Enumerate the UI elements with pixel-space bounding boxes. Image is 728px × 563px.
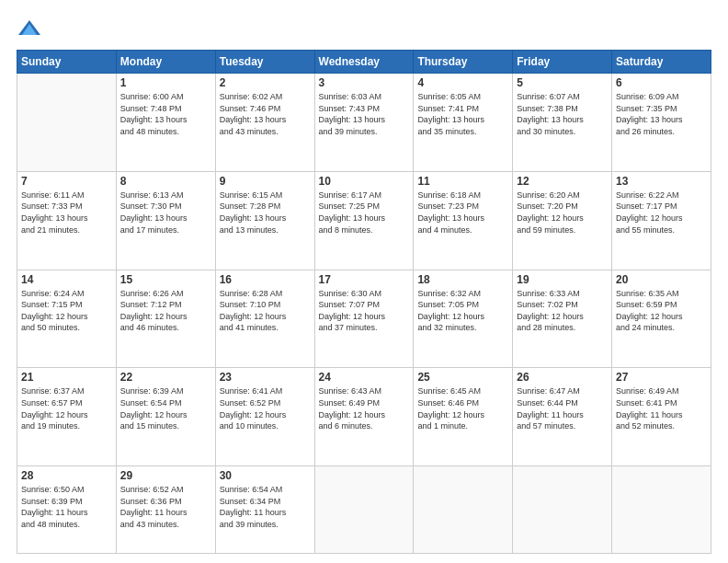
cell-info: Sunrise: 6:22 AMSunset: 7:17 PMDaylight:… xyxy=(616,190,707,236)
page: SundayMondayTuesdayWednesdayThursdayFrid… xyxy=(0,0,728,563)
calendar-cell: 19Sunrise: 6:33 AMSunset: 7:02 PMDayligh… xyxy=(513,270,612,368)
cell-info: Sunrise: 6:02 AMSunset: 7:46 PMDaylight:… xyxy=(220,91,311,137)
cell-info: Sunrise: 6:45 AMSunset: 6:46 PMDaylight:… xyxy=(417,385,508,431)
cell-info: Sunrise: 6:30 AMSunset: 7:07 PMDaylight:… xyxy=(319,288,410,334)
calendar-cell: 28Sunrise: 6:50 AMSunset: 6:39 PMDayligh… xyxy=(17,466,117,554)
day-number: 5 xyxy=(517,76,608,89)
calendar-cell: 12Sunrise: 6:20 AMSunset: 7:20 PMDayligh… xyxy=(513,171,612,270)
weekday-header-monday: Monday xyxy=(116,51,215,74)
calendar-cell: 8Sunrise: 6:13 AMSunset: 7:30 PMDaylight… xyxy=(116,171,215,270)
day-number: 7 xyxy=(21,175,112,188)
calendar-cell: 17Sunrise: 6:30 AMSunset: 7:07 PMDayligh… xyxy=(314,270,414,368)
calendar-cell: 25Sunrise: 6:45 AMSunset: 6:46 PMDayligh… xyxy=(414,368,513,466)
day-number: 13 xyxy=(616,175,707,188)
calendar-cell: 6Sunrise: 6:09 AMSunset: 7:35 PMDaylight… xyxy=(612,74,711,172)
header xyxy=(17,17,711,42)
calendar-cell: 20Sunrise: 6:35 AMSunset: 6:59 PMDayligh… xyxy=(612,270,711,368)
calendar-week-3: 14Sunrise: 6:24 AMSunset: 7:15 PMDayligh… xyxy=(17,270,711,368)
calendar-cell xyxy=(17,74,117,172)
day-number: 17 xyxy=(319,273,410,286)
day-number: 16 xyxy=(220,273,311,286)
weekday-header-row: SundayMondayTuesdayWednesdayThursdayFrid… xyxy=(17,51,711,74)
calendar-cell: 16Sunrise: 6:28 AMSunset: 7:10 PMDayligh… xyxy=(215,270,314,368)
day-number: 26 xyxy=(517,371,608,384)
calendar-cell: 24Sunrise: 6:43 AMSunset: 6:49 PMDayligh… xyxy=(314,368,414,466)
cell-info: Sunrise: 6:26 AMSunset: 7:12 PMDaylight:… xyxy=(120,288,211,334)
calendar-cell: 5Sunrise: 6:07 AMSunset: 7:38 PMDaylight… xyxy=(513,74,612,172)
day-number: 12 xyxy=(517,175,608,188)
day-number: 30 xyxy=(220,469,311,482)
day-number: 22 xyxy=(120,371,211,384)
calendar-cell: 9Sunrise: 6:15 AMSunset: 7:28 PMDaylight… xyxy=(215,171,314,270)
cell-info: Sunrise: 6:50 AMSunset: 6:39 PMDaylight:… xyxy=(21,484,112,530)
calendar-cell: 26Sunrise: 6:47 AMSunset: 6:44 PMDayligh… xyxy=(513,368,612,466)
weekday-header-sunday: Sunday xyxy=(17,51,117,74)
cell-info: Sunrise: 6:52 AMSunset: 6:36 PMDaylight:… xyxy=(120,484,211,530)
day-number: 9 xyxy=(220,175,311,188)
calendar-cell: 30Sunrise: 6:54 AMSunset: 6:34 PMDayligh… xyxy=(215,466,314,554)
cell-info: Sunrise: 6:15 AMSunset: 7:28 PMDaylight:… xyxy=(220,190,311,236)
cell-info: Sunrise: 6:47 AMSunset: 6:44 PMDaylight:… xyxy=(517,385,608,431)
calendar-cell: 23Sunrise: 6:41 AMSunset: 6:52 PMDayligh… xyxy=(215,368,314,466)
calendar-cell: 18Sunrise: 6:32 AMSunset: 7:05 PMDayligh… xyxy=(414,270,513,368)
day-number: 20 xyxy=(616,273,707,286)
calendar-cell: 14Sunrise: 6:24 AMSunset: 7:15 PMDayligh… xyxy=(17,270,117,368)
calendar-cell: 2Sunrise: 6:02 AMSunset: 7:46 PMDaylight… xyxy=(215,74,314,172)
day-number: 21 xyxy=(21,371,112,384)
calendar-cell: 21Sunrise: 6:37 AMSunset: 6:57 PMDayligh… xyxy=(17,368,117,466)
calendar-week-1: 1Sunrise: 6:00 AMSunset: 7:48 PMDaylight… xyxy=(17,74,711,172)
calendar-cell: 7Sunrise: 6:11 AMSunset: 7:33 PMDaylight… xyxy=(17,171,117,270)
cell-info: Sunrise: 6:33 AMSunset: 7:02 PMDaylight:… xyxy=(517,288,608,334)
cell-info: Sunrise: 6:05 AMSunset: 7:41 PMDaylight:… xyxy=(417,91,508,137)
calendar-cell: 4Sunrise: 6:05 AMSunset: 7:41 PMDaylight… xyxy=(414,74,513,172)
day-number: 8 xyxy=(120,175,211,188)
day-number: 14 xyxy=(21,273,112,286)
calendar-cell: 11Sunrise: 6:18 AMSunset: 7:23 PMDayligh… xyxy=(414,171,513,270)
calendar-cell: 3Sunrise: 6:03 AMSunset: 7:43 PMDaylight… xyxy=(314,74,414,172)
cell-info: Sunrise: 6:17 AMSunset: 7:25 PMDaylight:… xyxy=(319,190,410,236)
day-number: 6 xyxy=(616,76,707,89)
weekday-header-saturday: Saturday xyxy=(612,51,711,74)
day-number: 11 xyxy=(417,175,508,188)
day-number: 4 xyxy=(417,76,508,89)
calendar-cell: 10Sunrise: 6:17 AMSunset: 7:25 PMDayligh… xyxy=(314,171,414,270)
cell-info: Sunrise: 6:37 AMSunset: 6:57 PMDaylight:… xyxy=(21,385,112,431)
cell-info: Sunrise: 6:07 AMSunset: 7:38 PMDaylight:… xyxy=(517,91,608,137)
day-number: 24 xyxy=(319,371,410,384)
cell-info: Sunrise: 6:20 AMSunset: 7:20 PMDaylight:… xyxy=(517,190,608,236)
cell-info: Sunrise: 6:41 AMSunset: 6:52 PMDaylight:… xyxy=(220,385,311,431)
calendar-cell: 15Sunrise: 6:26 AMSunset: 7:12 PMDayligh… xyxy=(116,270,215,368)
cell-info: Sunrise: 6:43 AMSunset: 6:49 PMDaylight:… xyxy=(319,385,410,431)
cell-info: Sunrise: 6:32 AMSunset: 7:05 PMDaylight:… xyxy=(417,288,508,334)
day-number: 29 xyxy=(120,469,211,482)
day-number: 1 xyxy=(120,76,211,89)
calendar-cell xyxy=(612,466,711,554)
cell-info: Sunrise: 6:54 AMSunset: 6:34 PMDaylight:… xyxy=(220,484,311,530)
day-number: 18 xyxy=(417,273,508,286)
day-number: 3 xyxy=(319,76,410,89)
calendar-cell xyxy=(513,466,612,554)
cell-info: Sunrise: 6:35 AMSunset: 6:59 PMDaylight:… xyxy=(616,288,707,334)
weekday-header-friday: Friday xyxy=(513,51,612,74)
day-number: 23 xyxy=(220,371,311,384)
calendar: SundayMondayTuesdayWednesdayThursdayFrid… xyxy=(17,50,711,554)
day-number: 19 xyxy=(517,273,608,286)
day-number: 2 xyxy=(220,76,311,89)
cell-info: Sunrise: 6:28 AMSunset: 7:10 PMDaylight:… xyxy=(220,288,311,334)
calendar-cell: 1Sunrise: 6:00 AMSunset: 7:48 PMDaylight… xyxy=(116,74,215,172)
weekday-header-tuesday: Tuesday xyxy=(215,51,314,74)
cell-info: Sunrise: 6:09 AMSunset: 7:35 PMDaylight:… xyxy=(616,91,707,137)
day-number: 10 xyxy=(319,175,410,188)
day-number: 25 xyxy=(417,371,508,384)
cell-info: Sunrise: 6:39 AMSunset: 6:54 PMDaylight:… xyxy=(120,385,211,431)
cell-info: Sunrise: 6:13 AMSunset: 7:30 PMDaylight:… xyxy=(120,190,211,236)
logo-icon xyxy=(17,17,42,42)
day-number: 28 xyxy=(21,469,112,482)
calendar-week-4: 21Sunrise: 6:37 AMSunset: 6:57 PMDayligh… xyxy=(17,368,711,466)
cell-info: Sunrise: 6:00 AMSunset: 7:48 PMDaylight:… xyxy=(120,91,211,137)
cell-info: Sunrise: 6:24 AMSunset: 7:15 PMDaylight:… xyxy=(21,288,112,334)
cell-info: Sunrise: 6:03 AMSunset: 7:43 PMDaylight:… xyxy=(319,91,410,137)
cell-info: Sunrise: 6:11 AMSunset: 7:33 PMDaylight:… xyxy=(21,190,112,236)
day-number: 15 xyxy=(120,273,211,286)
cell-info: Sunrise: 6:49 AMSunset: 6:41 PMDaylight:… xyxy=(616,385,707,431)
